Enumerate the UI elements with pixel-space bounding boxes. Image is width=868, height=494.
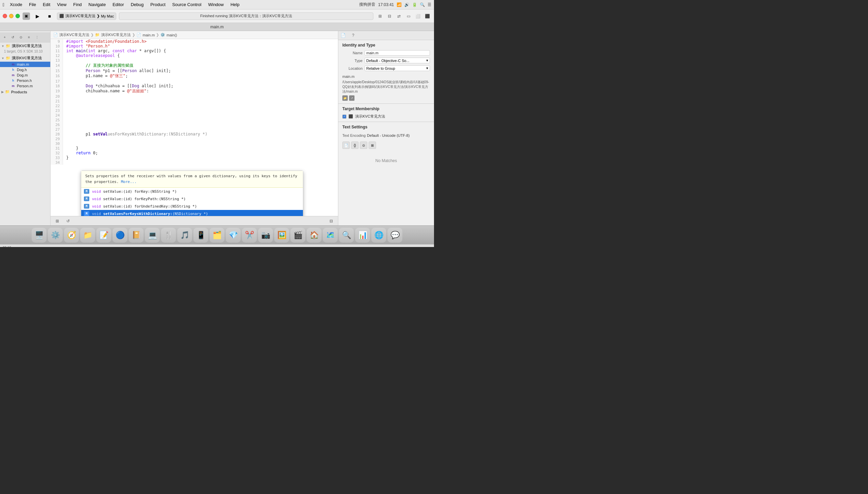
location-dropdown[interactable]: Relative to Group ▾ — [365, 65, 430, 71]
dock-vlc[interactable]: 🎬 — [290, 228, 305, 243]
view-toggle-utilities[interactable]: ⬛ — [423, 12, 431, 20]
line-code[interactable]: chihuahua.name = @"吉娃娃": — [63, 88, 338, 94]
dock-finder2[interactable]: 📁 — [80, 228, 95, 243]
nav-hierarchy[interactable]: ⋮ — [34, 34, 40, 41]
project-root[interactable]: ▼ 📁 演示KVC常见方法 — [0, 42, 50, 50]
rp-file-inspector[interactable]: 📄 — [338, 31, 348, 40]
line-code[interactable]: p1 setValuesForKeysWithDictionary:(NSDic… — [63, 132, 338, 136]
apple-menu[interactable]:  — [3, 2, 4, 7]
menu-editor[interactable]: Editor — [111, 1, 126, 8]
code-editor[interactable]: 9 #import <Foundation/Foundation.h> 10 #… — [51, 39, 338, 216]
ac-item-3[interactable]: M void setValuesForKeysWithDictionary:(N… — [81, 210, 303, 216]
dock-maps[interactable]: 🗺️ — [323, 228, 337, 243]
stop-button[interactable]: ■ — [45, 13, 54, 20]
tab-filename[interactable]: main.m — [210, 25, 224, 29]
nav-file-person-h[interactable]: h Person.h — [0, 78, 50, 83]
more-link[interactable]: More... — [121, 179, 136, 184]
editor-standard[interactable]: ⊞ — [376, 12, 384, 20]
grid-view-btn[interactable]: ⊞ — [53, 217, 61, 225]
minimap-btn[interactable]: ↺ — [64, 217, 72, 225]
menu-find[interactable]: Find — [72, 1, 83, 8]
bc-part-4[interactable]: main() — [167, 33, 177, 37]
menu-help[interactable]: Help — [229, 1, 241, 8]
tooltip-link[interactable]: More... — [121, 179, 136, 184]
menu-product[interactable]: Product — [149, 1, 167, 8]
nav-sort[interactable]: ≡ — [25, 34, 32, 41]
line-code[interactable]: return 0; — [63, 151, 338, 155]
reveal-file-btn[interactable]: ↗ — [349, 95, 354, 101]
dock-csdn[interactable]: 🌐 — [371, 228, 386, 243]
dock-sketch[interactable]: 💎 — [226, 228, 240, 243]
nav-refresh[interactable]: ↺ — [9, 34, 16, 41]
line-code[interactable]: // 直接为对象的属性赋值 — [63, 63, 338, 69]
nav-file-person-m[interactable]: m Person.m — [0, 83, 50, 89]
minimize-button[interactable] — [9, 14, 14, 18]
type-dropdown[interactable]: Default - Objective-C So... ▾ — [365, 58, 430, 63]
nav-file-dog-h[interactable]: h Dog.h — [0, 67, 50, 73]
menu-file[interactable]: File — [27, 1, 37, 8]
line-code[interactable]: #import "Person.h" — [63, 44, 338, 49]
dock-chat[interactable]: 💬 — [387, 228, 402, 243]
menu-view[interactable]: View — [56, 1, 68, 8]
dock-fork[interactable]: 🍴 — [161, 228, 176, 243]
products-group[interactable]: ▶ 📁 Products — [0, 89, 50, 95]
nav-filter[interactable]: ⊙ — [18, 34, 24, 41]
autocomplete-popup[interactable]: Sets properties of the receiver with val… — [81, 171, 303, 216]
dock-filezilla[interactable]: 🗂️ — [210, 228, 225, 243]
menu-edit[interactable]: Edit — [41, 1, 52, 8]
rp-help[interactable]: ? — [348, 31, 358, 40]
add-nav-btn[interactable]: + — [1, 34, 8, 41]
nav-file-main-m[interactable]: m main.m — [0, 62, 50, 67]
close-button[interactable] — [3, 14, 7, 18]
dock-capture[interactable]: 📷 — [258, 228, 273, 243]
line-code[interactable]: Person *p1 = [[Person alloc] init]; — [63, 69, 338, 73]
dock-finder[interactable]: 🖥️ — [32, 228, 46, 243]
navigator-toggle[interactable]: ▣ — [23, 13, 30, 20]
ts-icon-braces[interactable]: {} — [351, 141, 359, 149]
ac-item-0[interactable]: M void setValue:(id) forKey:(NSString *) — [81, 188, 303, 195]
line-code[interactable]: p1.name = @"张三"; — [63, 73, 338, 79]
line-code[interactable]: } — [63, 146, 338, 151]
dock-textedit[interactable]: 📝 — [96, 228, 111, 243]
dock-placeholder[interactable]: 📊 — [355, 228, 370, 243]
ts-icon-grid[interactable]: ⊞ — [369, 141, 376, 149]
editor-assistant[interactable]: ⊟ — [385, 12, 393, 20]
line-code[interactable]: } — [63, 155, 338, 160]
menu-source-control[interactable]: Source Control — [171, 1, 203, 8]
ts-icon-localize[interactable]: ⊙ — [360, 141, 367, 149]
menu-window[interactable]: Window — [207, 1, 225, 8]
nav-file-dog-m[interactable]: m Dog.m — [0, 73, 50, 78]
dock-scissors[interactable]: ✂️ — [242, 228, 257, 243]
bc-part-2[interactable]: 演示KVC常见方法 — [101, 32, 131, 37]
dock-xcode[interactable]: 🔵 — [113, 228, 128, 243]
ac-item-2[interactable]: M void setValue:(id) forUndefinedKey:(NS… — [81, 203, 303, 210]
line-code[interactable]: Dog *chihuahua = [[Dog alloc] init]; — [63, 83, 338, 88]
dock-safari[interactable]: 🧭 — [64, 228, 79, 243]
project-group[interactable]: ▼ 📁 演示KVC常见方法 — [0, 55, 50, 62]
bc-part-3[interactable]: main.m — [142, 33, 155, 37]
ac-item-1[interactable]: M void setValue:(id) forKeyPath:(NSStrin… — [81, 195, 303, 203]
dock-terminal[interactable]: 💻 — [145, 228, 160, 243]
dock-preferences[interactable]: ⚙️ — [48, 228, 63, 243]
line-code[interactable]: @autoreleasepool { — [63, 53, 338, 58]
view-toggle-navigator[interactable]: ▭ — [404, 12, 412, 20]
bc-part-1[interactable]: 演示KVC常见方法 — [59, 32, 89, 37]
ts-icon-file[interactable]: 📄 — [342, 141, 350, 149]
choose-file-btn[interactable]: 📁 — [342, 95, 348, 101]
line-code[interactable]: #import <Foundation/Foundation.h> — [63, 39, 338, 44]
dock-dash[interactable]: 🏠 — [307, 228, 322, 243]
dock-music[interactable]: 🎵 — [177, 228, 192, 243]
menu-navigate[interactable]: Navigate — [87, 1, 107, 8]
view-toggle-debug[interactable]: ⬜ — [414, 12, 422, 20]
scheme-selector[interactable]: ⬛ 演示KVC常见方法 ❯ My Mac — [57, 13, 116, 20]
dock-simulator[interactable]: 📱 — [193, 228, 208, 243]
name-value[interactable]: main.m — [365, 50, 430, 56]
dock-appcleaner[interactable]: 🔍 — [339, 228, 354, 243]
notification-icon[interactable]: ☰ — [428, 2, 431, 7]
dock-photos[interactable]: 🖼️ — [274, 228, 289, 243]
menu-xcode[interactable]: Xcode — [8, 1, 24, 8]
editor-version[interactable]: ⇄ — [395, 12, 403, 20]
dock-onenote[interactable]: 📔 — [129, 228, 143, 243]
spotlight-icon[interactable]: 🔍 — [420, 2, 425, 7]
run-button[interactable]: ▶ — [33, 13, 42, 20]
